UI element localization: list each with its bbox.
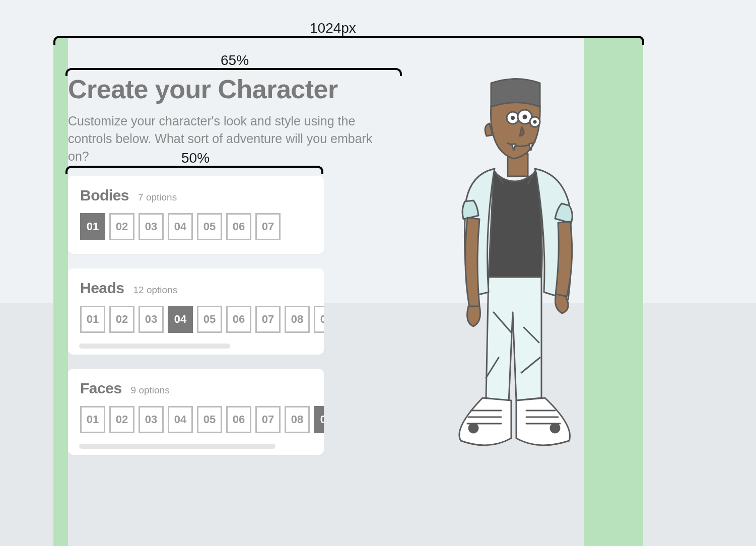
svg-point-1 [551,424,560,433]
option-row-faces[interactable]: 010203040506070809 [80,406,312,433]
panel-bodies: Bodies 7 options 01020304050607 [68,176,324,254]
option-button[interactable]: 03 [139,306,164,333]
option-button[interactable]: 02 [109,406,134,433]
option-button[interactable]: 04 [168,406,193,433]
panel-heads: Heads 12 options 01020304050607080910111… [68,268,324,355]
option-button[interactable]: 03 [139,213,164,240]
dimension-label-65: 65% [221,52,249,69]
character-illustration-icon [423,76,597,463]
character-preview [423,76,597,463]
scrollbar-heads[interactable] [79,344,230,349]
option-button[interactable]: 02 [109,213,134,240]
svg-point-7 [523,115,527,119]
dimension-bracket-width [53,36,644,45]
option-row-heads[interactable]: 010203040506070809101112 [80,306,312,333]
option-button[interactable]: 01 [80,306,105,333]
page-title: Create your Character [68,74,338,104]
option-button[interactable]: 05 [197,306,222,333]
margin-indicator-left [53,38,68,546]
option-button[interactable]: 06 [226,306,251,333]
option-button[interactable]: 01 [80,406,105,433]
option-button[interactable]: 08 [285,306,310,333]
option-button[interactable]: 08 [285,406,310,433]
option-button[interactable]: 06 [226,213,251,240]
panel-header: Faces 9 options [80,380,312,397]
panel-header: Bodies 7 options [80,187,312,204]
svg-point-0 [469,424,478,433]
scrollbar-faces[interactable] [79,444,276,449]
option-button[interactable]: 04 [168,306,193,333]
option-button[interactable]: 07 [255,213,281,240]
svg-point-8 [533,120,537,124]
option-button[interactable]: 06 [226,406,251,433]
option-button[interactable]: 04 [168,213,193,240]
option-button[interactable]: 02 [109,306,134,333]
dimension-label-width: 1024px [310,20,356,36]
svg-point-6 [511,116,515,120]
option-button[interactable]: 01 [80,213,105,240]
option-button[interactable]: 09 [314,406,324,433]
option-row-bodies[interactable]: 01020304050607 [80,213,312,240]
option-button[interactable]: 09 [314,306,324,333]
option-button[interactable]: 07 [255,406,281,433]
panel-count-faces: 9 options [131,385,170,396]
option-button[interactable]: 07 [255,306,281,333]
option-button[interactable]: 05 [197,213,222,240]
panel-count-bodies: 7 options [138,192,177,203]
panel-title-faces: Faces [80,380,122,397]
panel-title-bodies: Bodies [80,187,129,204]
page-subtitle: Customize your character's look and styl… [68,112,390,165]
dimension-bracket-50 [65,166,323,174]
panel-count-heads: 12 options [133,285,178,296]
panel-faces: Faces 9 options 010203040506070809 [68,369,324,455]
option-button[interactable]: 03 [139,406,164,433]
panel-header: Heads 12 options [80,280,312,297]
option-button[interactable]: 05 [197,406,222,433]
panel-title-heads: Heads [80,280,124,297]
